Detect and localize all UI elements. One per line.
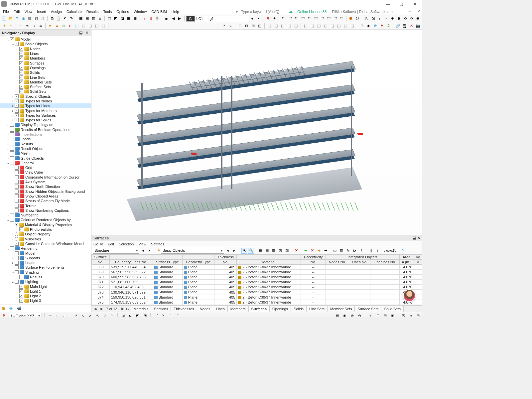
t8-icon[interactable]: ⬚ — [326, 16, 332, 22]
menu-insert[interactable]: Insert — [35, 9, 49, 14]
tree-item[interactable]: ›Model — [0, 251, 91, 255]
nav-back-icon[interactable]: ◀ — [170, 16, 176, 22]
r12-icon[interactable]: ⬚ — [303, 23, 309, 29]
t1-icon[interactable]: ⬚ — [281, 16, 287, 22]
tree-item[interactable]: ›Surface Reinforcements — [0, 265, 91, 270]
print-icon[interactable]: 🖨 — [40, 16, 46, 22]
surfaces-menu-edit[interactable]: Edit — [108, 242, 114, 246]
tree-item[interactable]: Members — [0, 56, 91, 61]
tb-zero2-icon[interactable]: 0.0̸0 — [390, 248, 396, 254]
bt20-icon[interactable]: ⊕ — [349, 313, 355, 317]
table-row[interactable]: 368539,529,517,440,554StandardPlane4052 … — [92, 265, 422, 270]
t5-icon[interactable]: ⬚ — [307, 16, 312, 22]
tree-item[interactable]: Light 3 — [0, 298, 91, 303]
tree-item[interactable]: ›Types for Nodes — [0, 99, 91, 103]
tree-item[interactable]: ⌄Model — [0, 37, 91, 42]
tree-item[interactable]: Lines — [0, 51, 91, 56]
menu-view[interactable]: View — [22, 9, 35, 14]
basic-objects-combo[interactable]: Basic Objects — [161, 248, 224, 254]
tree-item[interactable]: Member Sets — [0, 80, 91, 84]
tree-item[interactable]: Material & Display Properties — [0, 222, 91, 227]
tree-item[interactable]: View Cube — [0, 170, 91, 175]
surfaces-menu-settings[interactable]: Settings — [151, 242, 164, 246]
coord-system-combo[interactable]: 1 - Global XYZ ▾ — [9, 313, 42, 317]
pin-icon[interactable]: ✖ — [265, 16, 271, 22]
tree-item[interactable]: Status of Camera Fly Mode — [0, 199, 91, 203]
loads2-icon[interactable]: ⇊ — [148, 16, 154, 22]
tree-item[interactable]: Consider Colors in Wireframe Model — [0, 241, 91, 246]
nav-next2-icon[interactable]: ▸ — [256, 16, 261, 22]
bt25-icon[interactable]: ▣ — [389, 313, 395, 317]
r9-icon[interactable]: ⬚ — [280, 23, 286, 29]
tab-first-icon[interactable]: ⏮ — [93, 307, 98, 311]
t4-icon[interactable]: ⬚ — [300, 16, 306, 22]
x2-icon[interactable]: ⇲ — [370, 16, 376, 22]
transparent-icon[interactable]: ◪ — [119, 16, 125, 22]
bt2-icon[interactable]: ∟ — [54, 313, 60, 317]
tree-item[interactable]: Grid — [0, 165, 91, 170]
r18-icon[interactable]: ⬚ — [342, 23, 348, 29]
tab-member-sets[interactable]: Member Sets — [327, 306, 355, 312]
s1-icon[interactable]: ✦ — [1, 23, 7, 29]
bt24-icon[interactable]: ⊟ — [382, 313, 388, 317]
tab-solids[interactable]: Solids — [291, 306, 307, 312]
doc-restore-button[interactable]: ▫ — [407, 9, 413, 14]
r8-icon[interactable]: ⬚ — [273, 23, 279, 29]
tree-item[interactable]: Light 1 — [0, 289, 91, 294]
r3-icon[interactable]: ⊡ — [237, 23, 243, 29]
r17-icon[interactable]: ⬚ — [336, 23, 342, 29]
table-row[interactable]: 372110,941,43,492,495StandardPlane4052 -… — [92, 285, 422, 290]
tree-item[interactable]: Nodes — [0, 47, 91, 51]
t7-icon[interactable]: ⬚ — [320, 16, 325, 22]
mod3-icon[interactable]: ⬗ — [61, 23, 66, 29]
nav-tab-data-icon[interactable]: ▣ — [2, 306, 5, 311]
bt14-icon[interactable]: ⋰ — [153, 313, 159, 317]
tb-b2-icon[interactable]: ▥ — [338, 248, 344, 254]
surfaces-pin-button[interactable]: ⬓ — [413, 236, 416, 240]
surfaces-menu-view[interactable]: View — [138, 242, 146, 246]
tab-sections[interactable]: Sections — [151, 306, 171, 312]
cam-icon[interactable]: 📷 — [415, 23, 421, 29]
loads-icon[interactable]: ↓ — [142, 16, 147, 22]
keyword-search-input[interactable] — [240, 9, 287, 14]
r2-icon[interactable]: ↘ — [227, 23, 233, 29]
menu-calculate[interactable]: Calculate — [64, 9, 84, 14]
snap1-icon[interactable]: ◈ — [365, 23, 371, 29]
tree-item[interactable]: Show North Direction — [0, 184, 91, 189]
wireframe-icon[interactable]: ▢ — [106, 16, 112, 22]
tree-item[interactable]: ⌄Rendering — [0, 246, 91, 251]
tab-nodes[interactable]: Nodes — [197, 306, 213, 312]
surfaces-menu-go-to[interactable]: Go To — [93, 242, 103, 246]
bt9-icon[interactable]: ⤡ — [109, 313, 115, 317]
bt21-icon[interactable]: ⊖ — [356, 313, 362, 317]
doc-minimize-button[interactable]: — — [398, 9, 404, 14]
tab-last-icon[interactable]: ⏭ — [125, 307, 131, 311]
tree-item[interactable]: Terrain — [0, 203, 91, 208]
table-row[interactable]: 373130,946,110,571,599StandardPlane4052 … — [92, 290, 422, 295]
r19-icon[interactable]: ⬚ — [349, 23, 355, 29]
tb-a4-icon[interactable]: ➜ — [323, 248, 329, 254]
bt1-icon[interactable]: ⊹ — [47, 313, 53, 317]
tree-item[interactable]: Axis System — [0, 180, 91, 184]
tree-item[interactable]: ›Guide Objects — [0, 156, 91, 160]
tb-g5-icon[interactable]: ▨ — [284, 248, 290, 254]
bt28-icon[interactable]: ⊞ — [415, 313, 421, 317]
cloud-open-icon[interactable]: ⟳ — [14, 16, 20, 22]
menu-results[interactable]: Results — [84, 9, 101, 14]
tree-item[interactable]: Openings — [0, 66, 91, 70]
tb-g1-icon[interactable]: ▦ — [257, 248, 263, 254]
s2-icon[interactable]: ✧ — [8, 23, 14, 29]
table-row[interactable]: 369567,562,550,539,622StandardPlane4052 … — [92, 270, 422, 275]
navigator-close-button[interactable]: ✕ — [84, 31, 89, 35]
grid-toggle-icon[interactable]: ⊞ — [359, 23, 365, 29]
surfaces-close-button[interactable]: ✕ — [417, 236, 420, 240]
window-minimize-button[interactable]: — — [382, 0, 394, 8]
view-1-icon[interactable]: ▦ — [78, 16, 83, 22]
surfaces-table[interactable]: SurfaceThicknessEccentricityIntegrated O… — [91, 254, 422, 305]
bo-next-icon[interactable]: ▸ — [231, 248, 237, 254]
mod7-icon[interactable]: ⬚ — [87, 23, 93, 29]
bt16-icon[interactable]: ∴ — [168, 313, 174, 317]
mod6-icon[interactable]: ⬚ — [80, 23, 86, 29]
tb-fx2-icon[interactable]: fẋ — [352, 248, 358, 254]
mod8-icon[interactable]: ⬚ — [94, 23, 100, 29]
